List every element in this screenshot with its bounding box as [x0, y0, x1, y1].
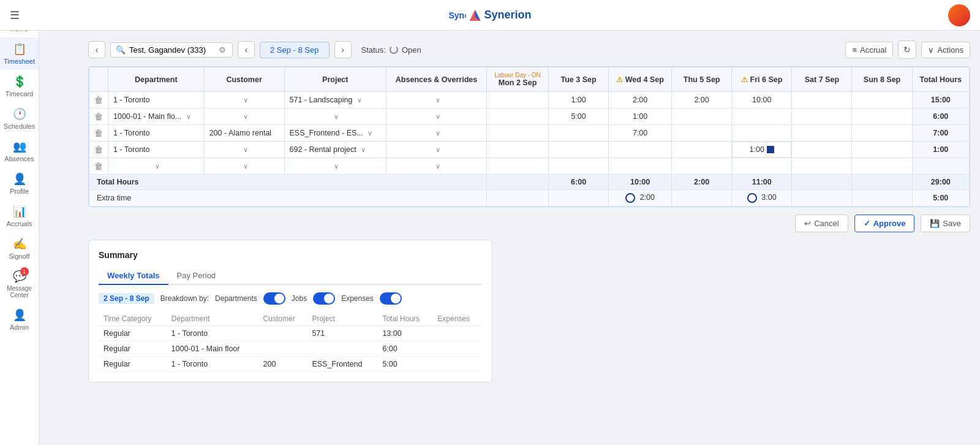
prev-period-button[interactable]: ‹ — [238, 41, 255, 58]
mon-note: Labour Day - ON — [492, 72, 543, 78]
row5-fri[interactable] — [732, 158, 792, 175]
wed-extra-circle[interactable] — [625, 193, 635, 203]
row3-wed[interactable]: 7:00 — [609, 125, 672, 142]
row4-tue[interactable] — [549, 142, 609, 158]
col-thu-header: Thu 5 Sep — [672, 67, 732, 92]
expenses-toggle[interactable] — [380, 292, 402, 305]
timesheet-icon: 📋 — [13, 42, 26, 56]
row5-thu[interactable] — [672, 158, 732, 175]
save-button[interactable]: 💾 Save — [921, 215, 970, 232]
row1-sat[interactable] — [792, 92, 852, 108]
toolbar-right: ≡ Accrual ↻ ∨ Actions — [845, 40, 970, 59]
row1-thu[interactable]: 2:00 — [672, 92, 732, 108]
cancel-button[interactable]: ↩ Cancel — [795, 215, 848, 232]
back-button[interactable]: ‹ — [88, 41, 105, 58]
row1-abs[interactable]: ∨ — [386, 92, 487, 108]
row4-customer[interactable]: ∨ — [204, 142, 284, 158]
sidebar-item-timecard[interactable]: 💲 Timecard — [0, 70, 39, 102]
user-avatar[interactable] — [948, 4, 970, 26]
row4-fri[interactable]: 1:00 — [732, 142, 791, 158]
date-range-selector[interactable]: 2 Sep - 8 Sep — [260, 42, 330, 58]
proj-dropdown-arrow[interactable]: ∨ — [357, 96, 362, 104]
sidebar-item-schedules[interactable]: 🕐 Schedules — [0, 102, 39, 135]
delete-row-4[interactable]: 🗑 — [94, 145, 103, 154]
row3-tue[interactable] — [549, 125, 609, 142]
delete-row-2[interactable]: 🗑 — [94, 112, 103, 121]
hamburger-menu[interactable]: ☰ — [10, 9, 20, 22]
row3-thu[interactable] — [672, 125, 732, 142]
row2-thu[interactable] — [672, 108, 732, 125]
extra-mon — [487, 190, 549, 207]
actions-button[interactable]: ∨ Actions — [921, 42, 970, 58]
row2-fri[interactable] — [732, 108, 792, 125]
row1-customer[interactable]: ∨ — [204, 92, 284, 108]
sidebar-item-profile[interactable]: 👤 Profile — [0, 167, 39, 200]
filter-icon[interactable]: ⚙ — [219, 45, 226, 55]
summary-date-badge: 2 Sep - 8 Sep — [99, 293, 154, 304]
message-badge: 1 — [20, 267, 29, 276]
row4-wed[interactable] — [609, 142, 672, 158]
row5-project[interactable]: ∨ — [284, 158, 386, 175]
search-icon: 🔍 — [116, 45, 126, 55]
accrual-button[interactable]: ≡ Accrual — [845, 42, 893, 58]
row5-tue[interactable] — [549, 158, 609, 175]
summary-col-total: Total Hours — [377, 312, 432, 326]
row3-fri[interactable] — [732, 125, 792, 142]
fri-extra-circle[interactable] — [747, 193, 757, 203]
row1-wed[interactable]: 2:00 — [609, 92, 672, 108]
dept-toggle[interactable] — [263, 292, 285, 305]
row2-sun[interactable] — [852, 108, 912, 125]
row4-mon[interactable] — [487, 142, 549, 158]
tab-pay-period[interactable]: Pay Period — [168, 267, 225, 284]
sidebar-item-accruals[interactable]: 📊 Accruals — [0, 200, 39, 232]
row5-sat[interactable] — [792, 158, 852, 175]
search-input[interactable] — [129, 45, 215, 55]
delete-row-1[interactable]: 🗑 — [94, 95, 103, 105]
delete-row-5[interactable]: 🗑 — [94, 161, 103, 171]
delete-row-3[interactable]: 🗑 — [94, 128, 103, 138]
row2-wed[interactable]: 1:00 — [609, 108, 672, 125]
refresh-button[interactable]: ↻ — [898, 40, 916, 59]
approve-button[interactable]: ✓ Approve — [854, 215, 915, 232]
sidebar-item-message-center[interactable]: 💬 1 Message Center — [0, 265, 39, 303]
row1-tue[interactable]: 1:00 — [549, 92, 609, 108]
row1-fri[interactable]: 10:00 — [732, 92, 792, 108]
row1-mon[interactable] — [487, 92, 549, 108]
row2-tue[interactable]: 5:00 — [549, 108, 609, 125]
accrual-icon: ≡ — [852, 45, 857, 55]
row5-dept[interactable]: ∨ — [108, 158, 205, 175]
sidebar-item-signoff[interactable]: ✍ Signoff — [0, 232, 39, 265]
row4-sun[interactable] — [852, 142, 912, 158]
row4-thu[interactable] — [672, 142, 732, 158]
col-tue-header: Tue 3 Sep — [549, 67, 609, 92]
row2-project[interactable]: ∨ — [284, 108, 386, 125]
row5-abs[interactable]: ∨ — [386, 158, 487, 175]
row4-dept: 1 - Toronto — [108, 142, 205, 158]
row4-sat[interactable] — [792, 142, 852, 158]
row3-abs[interactable]: ∨ — [386, 125, 487, 142]
timecard-icon: 💲 — [13, 75, 26, 88]
next-period-button[interactable]: › — [334, 41, 352, 58]
row3-mon[interactable] — [487, 125, 549, 142]
row3-sat[interactable] — [792, 125, 852, 142]
jobs-toggle[interactable] — [313, 292, 335, 305]
signoff-icon: ✍ — [13, 237, 26, 251]
row2-dept: 1000-01 - Main flo... ∨ — [108, 108, 205, 125]
row1-sun[interactable] — [852, 92, 912, 108]
row5-wed[interactable] — [609, 158, 672, 175]
row4-abs[interactable]: ∨ — [386, 142, 487, 158]
row5-sun[interactable] — [852, 158, 912, 175]
summary-row2-category: Regular — [99, 341, 167, 357]
search-box[interactable]: 🔍 ⚙ — [110, 42, 233, 58]
sidebar-item-admin[interactable]: 👤 Admin — [0, 303, 39, 336]
row2-customer[interactable]: ∨ — [204, 108, 284, 125]
row3-sun[interactable] — [852, 125, 912, 142]
row2-sat[interactable] — [792, 108, 852, 125]
row2-mon[interactable] — [487, 108, 549, 125]
row2-abs[interactable]: ∨ — [386, 108, 487, 125]
row5-mon[interactable] — [487, 158, 549, 175]
tab-weekly-totals[interactable]: Weekly Totals — [99, 267, 168, 285]
row5-customer[interactable]: ∨ — [204, 158, 284, 175]
sidebar-item-timesheet[interactable]: 📋 Timesheet — [0, 37, 39, 70]
sidebar-item-absences[interactable]: 👥 Absences — [0, 135, 39, 167]
